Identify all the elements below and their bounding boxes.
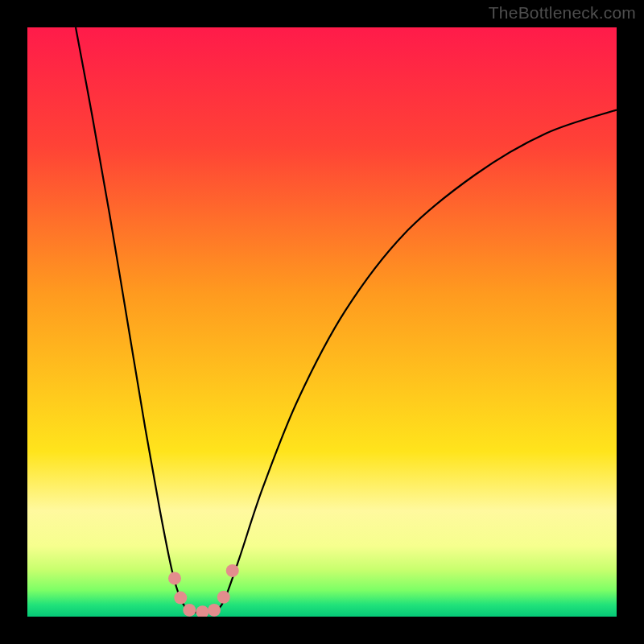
data-marker [183, 604, 196, 617]
plot-area [27, 27, 617, 617]
data-marker [217, 591, 230, 604]
right-curve [216, 109, 617, 612]
chart-frame: TheBottleneck.com [0, 0, 644, 644]
data-marker [208, 604, 221, 617]
data-marker [168, 572, 181, 584]
data-marker [196, 605, 208, 617]
data-marker [226, 564, 239, 577]
watermark-text: TheBottleneck.com [489, 3, 636, 23]
left-curve [76, 27, 189, 613]
data-marker [174, 592, 187, 605]
curve-layer [27, 27, 617, 617]
